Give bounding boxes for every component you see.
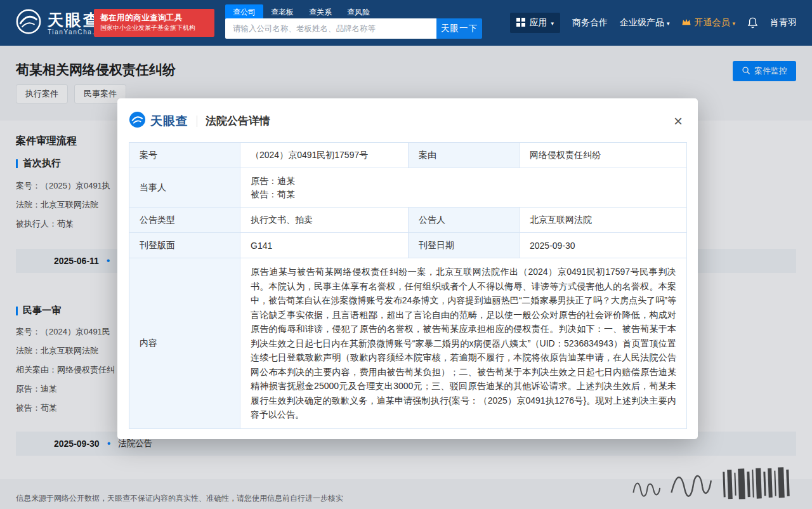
party-plaintiff: 原告：迪某 bbox=[251, 175, 676, 188]
tianyancha-logo-icon bbox=[15, 8, 42, 37]
modal-brand: 天眼查 bbox=[150, 113, 188, 129]
nav-vip-upgrade[interactable]: 开通会员 ▾ bbox=[681, 17, 735, 29]
label-announcement-type: 公告类型 bbox=[129, 208, 240, 233]
nav-enterprise-products[interactable]: 企业级产品 ▾ bbox=[620, 17, 670, 29]
value-announcement-type: 执行文书、拍卖 bbox=[240, 208, 409, 233]
bell-icon[interactable] bbox=[747, 17, 758, 29]
value-publication-date: 2025-09-30 bbox=[520, 233, 687, 258]
username-label: 肖青羽 bbox=[770, 17, 797, 29]
value-announcer: 北京互联网法院 bbox=[520, 208, 687, 233]
caret-down-icon: ▾ bbox=[732, 21, 735, 27]
promo-badge-line1: 都在用的商业查询工具 bbox=[100, 13, 208, 23]
nav-business-cooperation[interactable]: 商务合作 bbox=[572, 17, 608, 29]
search-input[interactable] bbox=[225, 18, 436, 39]
header-divider bbox=[197, 116, 197, 127]
apps-menu-label: 应用 bbox=[529, 17, 547, 29]
value-publication-page: G141 bbox=[240, 233, 409, 258]
modal-title: 法院公告详情 bbox=[206, 114, 270, 128]
grid-icon bbox=[516, 18, 525, 29]
caret-down-icon: ▾ bbox=[551, 21, 554, 27]
label-publication-date: 刊登日期 bbox=[409, 233, 520, 258]
promo-badge: 都在用的商业查询工具 国家中小企业发展子基金旗下机构 bbox=[94, 9, 214, 37]
caret-down-icon: ▾ bbox=[667, 21, 670, 27]
announcement-table: 案号 （2024）京0491民初17597号 案由 网络侵权责任纠纷 当事人 原… bbox=[129, 142, 687, 429]
apps-menu-button[interactable]: 应用 ▾ bbox=[510, 13, 560, 33]
business-cooperation-label: 商务合作 bbox=[572, 17, 608, 29]
label-announcer: 公告人 bbox=[409, 208, 520, 233]
label-content: 内容 bbox=[129, 258, 240, 429]
label-cause: 案由 bbox=[409, 143, 520, 168]
nav-user-account[interactable]: 肖青羽 bbox=[770, 17, 797, 29]
search-bar: 天眼一下 bbox=[225, 18, 482, 39]
crown-icon bbox=[681, 18, 691, 28]
court-announcement-modal: 天眼查 法院公告详情 × 案号 （2024）京0491民初17597号 案由 网… bbox=[117, 98, 698, 439]
value-content: 原告迪某与被告荀某网络侵权责任纠纷一案，北京互联网法院作出（2024）京0491… bbox=[240, 258, 687, 429]
value-case-no: （2024）京0491民初17597号 bbox=[240, 143, 409, 168]
label-publication-page: 刊登版面 bbox=[129, 233, 240, 258]
enterprise-products-label: 企业级产品 bbox=[620, 17, 664, 29]
close-icon[interactable]: × bbox=[671, 115, 685, 128]
vip-label: 开通会员 bbox=[694, 17, 730, 29]
value-cause: 网络侵权责任纠纷 bbox=[520, 143, 687, 168]
search-button[interactable]: 天眼一下 bbox=[436, 18, 482, 39]
promo-badge-line2: 国家中小企业发展子基金旗下机构 bbox=[100, 23, 208, 32]
tianyancha-logo-icon bbox=[129, 111, 146, 131]
value-parties: 原告：迪某 被告：荀某 bbox=[240, 168, 687, 208]
label-parties: 当事人 bbox=[129, 168, 240, 208]
label-case-no: 案号 bbox=[129, 143, 240, 168]
navbar-right-menu: 应用 ▾ 商务合作 企业级产品 ▾ 开通会员 ▾ 肖青羽 bbox=[510, 0, 797, 46]
party-defendant: 被告：荀某 bbox=[251, 188, 676, 201]
top-navbar: 天眼查 TianYanCha.com 都在用的商业查询工具 国家中小企业发展子基… bbox=[0, 0, 812, 46]
modal-header: 天眼查 法院公告详情 × bbox=[117, 98, 698, 141]
